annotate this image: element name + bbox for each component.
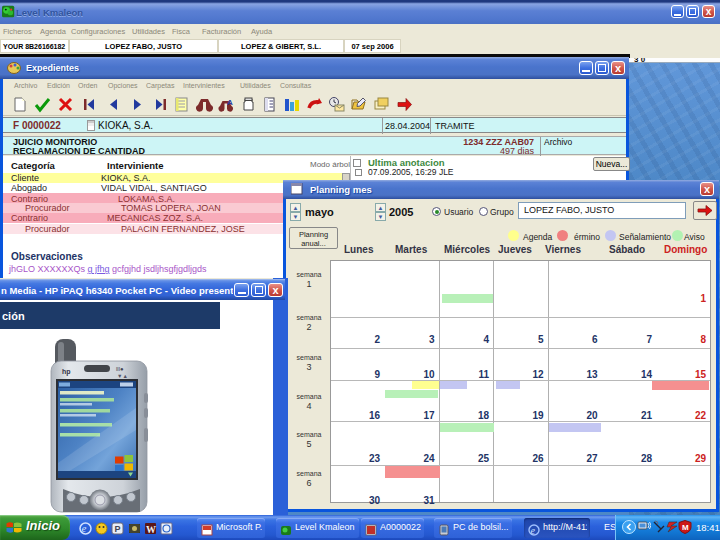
svg-text:hp: hp <box>62 368 71 376</box>
svg-text:▼▲: ▼▲ <box>117 373 128 379</box>
svg-text:e: e <box>531 525 536 536</box>
svg-text:A: A <box>227 98 233 107</box>
svg-text:lll●: lll● <box>116 366 124 372</box>
svg-text:M: M <box>682 523 689 532</box>
